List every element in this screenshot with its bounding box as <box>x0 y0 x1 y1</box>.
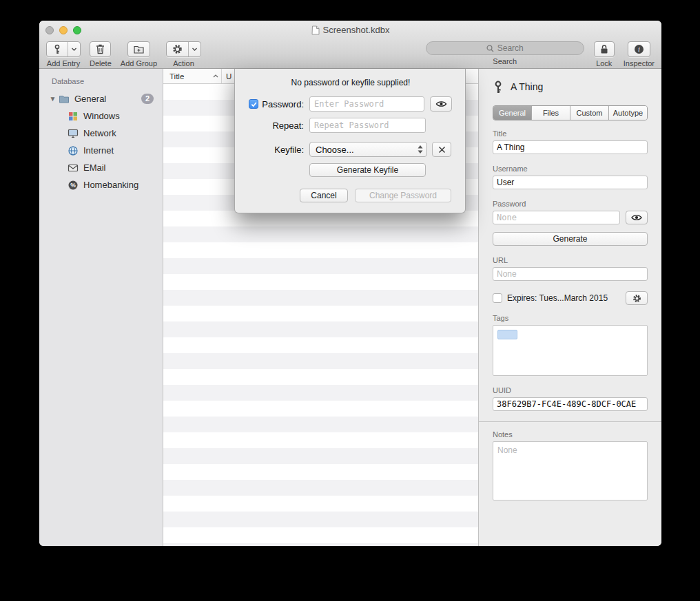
zoom-button[interactable] <box>73 26 81 34</box>
lock-icon <box>595 42 614 56</box>
toolbar: Add Entry Delete Add Group <box>39 39 661 69</box>
stepper-icon <box>418 145 423 154</box>
notes-textarea[interactable] <box>493 441 648 500</box>
sidebar-item-network[interactable]: Network <box>39 125 163 142</box>
sidebar-item-windows[interactable]: Windows <box>39 107 163 125</box>
inspector-panel: A Thing General Files Custom Autotype Ti… <box>479 69 661 546</box>
uuid-field-group: UUID <box>493 386 648 411</box>
key-icon <box>47 42 68 56</box>
sidebar-item-email[interactable]: EMail <box>39 159 163 176</box>
dialog-keyfile-row: Keyfile: Choose... <box>250 142 451 157</box>
search-toolbar-item: Search Search <box>426 41 584 65</box>
dialog-repeat-input[interactable] <box>309 118 426 133</box>
tag-chip[interactable] <box>497 330 517 339</box>
tab-general[interactable]: General <box>493 106 532 120</box>
password-checkbox[interactable] <box>249 99 258 109</box>
dialog-repeat-label: Repeat: <box>272 120 304 131</box>
action-label: Action <box>173 59 194 67</box>
sidebar-item-label: General <box>74 94 106 104</box>
tab-files[interactable]: Files <box>532 106 570 120</box>
password-field-group: Password <box>493 200 648 224</box>
change-password-button[interactable]: Change Password <box>355 189 451 202</box>
close-button[interactable] <box>45 26 54 34</box>
password-label: Password <box>493 200 648 208</box>
add-group-button[interactable] <box>127 41 150 57</box>
action-toolbar-item: Action <box>166 41 201 67</box>
svg-text:%: % <box>70 182 76 189</box>
tab-custom[interactable]: Custom <box>570 106 609 120</box>
sidebar-item-general[interactable]: ▼ General 2 <box>39 90 163 107</box>
titlebar: Screenshot.kdbx <box>39 21 661 39</box>
action-button[interactable] <box>166 41 201 57</box>
window-title: Screenshot.kdbx <box>323 25 390 35</box>
globe-icon <box>68 145 79 156</box>
url-input[interactable] <box>493 267 648 281</box>
generate-password-button[interactable]: Generate <box>493 232 648 246</box>
dialog-password-label: Password: <box>262 99 304 109</box>
delete-toolbar-item: Delete <box>90 41 112 67</box>
generate-keyfile-button[interactable]: Generate Keyfile <box>309 163 426 177</box>
document-icon <box>311 25 320 35</box>
dialog-reveal-password-button[interactable] <box>430 96 452 112</box>
disclosure-triangle-icon[interactable]: ▼ <box>49 95 56 103</box>
generate-field-group: Generate <box>493 232 648 246</box>
delete-button[interactable] <box>90 41 111 57</box>
dialog-password-row: Password: <box>250 96 451 112</box>
add-group-toolbar-item: Add Group <box>121 41 157 67</box>
clear-keyfile-button[interactable] <box>432 142 451 157</box>
keyfile-popup-button[interactable]: Choose... <box>309 142 427 157</box>
tags-field-group: Tags <box>493 314 648 376</box>
eye-icon <box>631 213 642 222</box>
gear-icon <box>167 42 188 56</box>
inspector-button[interactable]: i <box>628 41 650 57</box>
reveal-password-button[interactable] <box>626 211 648 224</box>
add-entry-button[interactable] <box>46 41 81 57</box>
chevron-down-icon <box>68 42 80 56</box>
search-label: Search <box>493 57 517 65</box>
add-entry-label: Add Entry <box>47 59 80 67</box>
inspector-divider <box>479 421 661 422</box>
chevron-down-icon <box>188 42 200 56</box>
traffic-lights <box>45 26 81 34</box>
windows-icon <box>68 111 79 122</box>
search-input[interactable]: Search <box>426 41 584 55</box>
table-header-title[interactable]: Title <box>163 69 222 83</box>
lock-button[interactable] <box>594 41 615 57</box>
sidebar-item-internet[interactable]: Internet <box>39 142 163 159</box>
minimize-button[interactable] <box>59 26 68 34</box>
dialog-generate-keyfile-row: Generate Keyfile <box>309 163 451 177</box>
sidebar-item-homebanking[interactable]: % Homebanking <box>39 176 163 193</box>
sidebar-item-label: Windows <box>83 111 120 121</box>
network-icon <box>68 128 79 139</box>
window-title-area: Screenshot.kdbx <box>311 25 390 35</box>
username-label: Username <box>493 165 648 173</box>
title-input[interactable] <box>493 140 648 154</box>
inspector-label: Inspector <box>624 59 655 67</box>
sidebar-item-label: EMail <box>83 162 106 173</box>
title-field-group: Title <box>493 129 648 154</box>
password-dialog: No password or keyfile supplied! Passwor… <box>234 69 466 213</box>
x-icon <box>438 146 446 154</box>
expires-options-button[interactable] <box>626 291 648 305</box>
tab-autotype[interactable]: Autotype <box>609 106 647 120</box>
expires-checkbox[interactable] <box>493 293 502 303</box>
expires-label: Expires: Tues...March 2015 <box>507 293 621 303</box>
uuid-label: UUID <box>493 386 648 394</box>
cancel-button[interactable]: Cancel <box>300 189 348 202</box>
app-window: Screenshot.kdbx Add Entry Delete <box>39 21 661 546</box>
tags-box[interactable] <box>493 325 648 376</box>
dialog-keyfile-label: Keyfile: <box>274 145 304 155</box>
uuid-input[interactable] <box>493 397 648 411</box>
username-input[interactable] <box>493 176 648 189</box>
dialog-buttons: Cancel Change Password <box>250 189 451 202</box>
password-input[interactable] <box>493 211 620 224</box>
url-label: URL <box>493 256 648 264</box>
expires-row: Expires: Tues...March 2015 <box>493 291 648 305</box>
delete-label: Delete <box>90 59 112 67</box>
url-field-group: URL <box>493 256 648 281</box>
search-icon <box>486 45 494 52</box>
eye-icon <box>435 100 447 108</box>
dialog-password-input[interactable] <box>309 96 424 112</box>
key-icon <box>493 81 504 94</box>
inspector-header: A Thing <box>493 79 648 94</box>
